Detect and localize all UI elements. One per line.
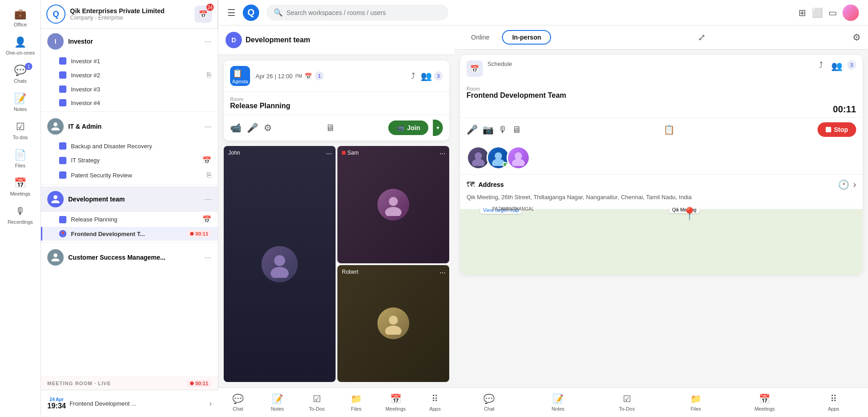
middle-panel: D Development team 📋 Agenda Apr 26 xyxy=(218,25,455,417)
right-tab-todos[interactable]: ☑ To-Dos xyxy=(592,391,662,414)
addr-header: 🗺 Address 🕐 › xyxy=(467,179,856,190)
settings-icon[interactable]: ⚙ xyxy=(853,32,861,43)
customersuccess-avatar xyxy=(47,249,64,266)
sidebar-item-meetings[interactable]: 📅 Meetings xyxy=(0,174,40,200)
user-avatar[interactable] xyxy=(843,5,859,21)
video-more-icon[interactable]: ··· xyxy=(326,150,332,158)
panel-room-header: D Development team xyxy=(218,25,455,55)
expand-icon[interactable]: ⤢ xyxy=(698,32,706,43)
participants-icon: 👥 xyxy=(421,70,432,81)
join-button[interactable]: 📹 Join xyxy=(388,121,428,135)
sidebar-item-office[interactable]: 💼 Office xyxy=(0,5,40,31)
group-more-icon[interactable]: ··· xyxy=(205,195,211,204)
window-icon[interactable]: ▭ xyxy=(828,7,837,18)
room-backup[interactable]: Backup and Disaster Recovery xyxy=(41,139,218,153)
group-devteam[interactable]: Development team ··· xyxy=(41,186,218,212)
room-patent[interactable]: Patent Security Review ⎘ xyxy=(41,168,218,182)
room-label: Release Planning xyxy=(71,216,198,223)
sidebar-item-notes[interactable]: 📝 Notes xyxy=(0,89,40,116)
right-tab-meetings[interactable]: 📅 Meetings xyxy=(730,391,799,414)
right-tab-apps[interactable]: ⠿ Apps xyxy=(799,391,868,414)
room-investor-4[interactable]: Investor #4 xyxy=(41,96,218,110)
settings-icon[interactable]: ⚙ xyxy=(264,122,272,133)
room-name: Frontend Development Team xyxy=(467,91,856,100)
room-investor-2[interactable]: Investor #2 ⎘ xyxy=(41,68,218,82)
map-container[interactable]: 🏨 Hotel Chennai View larger map PAZAVANT… xyxy=(460,206,863,275)
investor-avatar: I xyxy=(47,33,64,50)
group-name: Investor xyxy=(68,38,200,45)
video-icon[interactable]: 📹 xyxy=(230,122,241,133)
mic2-icon[interactable]: 🎙 xyxy=(498,125,507,135)
right-tab-notes[interactable]: 📝 Notes xyxy=(524,391,593,414)
group-more-icon[interactable]: ··· xyxy=(205,122,211,131)
meeting-day: 24 Apr xyxy=(50,397,64,402)
room-investor-3[interactable]: Investor #3 xyxy=(41,82,218,96)
room-color-box xyxy=(59,216,66,223)
video-tile-john: John ··· xyxy=(224,146,336,382)
schedule-label: Schedule xyxy=(487,60,814,67)
svg-point-5 xyxy=(385,326,401,335)
search-bar[interactable]: 🔍 xyxy=(266,5,448,20)
sidebar-item-recordings[interactable]: 🎙 Recordings xyxy=(0,202,40,228)
header-actions: ⊞ ⬜ ▭ xyxy=(798,5,859,21)
apps-tab-label: Apps xyxy=(429,406,441,412)
notification-button[interactable]: 📅 24 xyxy=(195,5,212,23)
sidebar-item-label: Office xyxy=(14,22,27,27)
screen-share-icon[interactable]: 🖥 xyxy=(326,123,335,133)
group-more-icon[interactable]: ··· xyxy=(205,253,211,262)
mic-icon[interactable]: 🎤 xyxy=(247,122,258,133)
room-investor-1[interactable]: Investor #1 xyxy=(41,54,218,68)
stop-button[interactable]: Stop xyxy=(818,122,856,137)
group-itadmin[interactable]: IT & Admin ··· xyxy=(41,114,218,139)
mic-ctrl-icon[interactable]: 🎤 xyxy=(467,124,478,135)
group-customersuccess[interactable]: Customer Success Manageme... ··· xyxy=(41,245,218,270)
group-investor[interactable]: I Investor ··· xyxy=(41,29,218,54)
chevron-right-icon[interactable]: › xyxy=(853,179,856,190)
rmc-controls: 🎤 📷 🎙 🖥 📋 Stop xyxy=(460,117,863,141)
live-badge: 00:11 xyxy=(187,230,211,237)
group-more-icon[interactable]: ··· xyxy=(205,37,211,46)
meeting-status-bar: MEETING ROOM · LIVE 00:11 xyxy=(41,377,218,390)
tab-chat[interactable]: 💬 Chat xyxy=(218,391,258,414)
tab-meetings[interactable]: 📅 Meetings xyxy=(376,391,416,414)
group-name: Development team xyxy=(68,196,200,203)
room-itstrategy[interactable]: IT Strategy 📅 xyxy=(41,153,218,168)
tab-files[interactable]: 📁 Files xyxy=(336,391,376,414)
right-tab-chat[interactable]: 💬 Chat xyxy=(455,391,524,414)
meeting-bar[interactable]: 24 Apr 19:34 Frontend Development ... › xyxy=(41,390,218,417)
right-tab-files[interactable]: 📁 Files xyxy=(662,391,731,414)
menu-icon[interactable]: ☰ xyxy=(227,7,236,18)
room-releaseplanning[interactable]: Release Planning 📅 xyxy=(41,212,218,227)
tab-online[interactable]: Online xyxy=(462,31,498,44)
notes-icon: 📝 xyxy=(552,393,564,404)
video-more-icon[interactable]: ··· xyxy=(440,150,446,158)
split-view-icon[interactable]: ⬜ xyxy=(812,7,823,18)
addr-nav-icons[interactable]: 🕐 › xyxy=(838,179,856,190)
oneonone-icon: 👤 xyxy=(14,36,26,48)
tab-inperson[interactable]: In-person xyxy=(502,30,551,45)
tab-notes[interactable]: 📝 Notes xyxy=(258,391,297,414)
map-pin-icon: 📍 xyxy=(682,206,697,221)
room-frontend[interactable]: 📍 Frontend Development T... 00:11 xyxy=(41,227,218,241)
grid-view-icon[interactable]: ⊞ xyxy=(798,7,806,18)
screen-icon[interactable]: 🖥 xyxy=(512,125,521,135)
tab-apps[interactable]: ⠿ Apps xyxy=(415,391,455,414)
video-off-icon[interactable]: 📷 xyxy=(482,124,494,135)
tab-todos[interactable]: ☑ To-Dos xyxy=(297,391,336,414)
meeting-card: 📋 Agenda Apr 26 | 12:00 PM 📅 1 ⤴ xyxy=(224,60,449,141)
dropdown-arrow[interactable]: ▾ xyxy=(433,120,443,136)
room-label: Investor #1 xyxy=(71,58,211,65)
sidebar-item-oneonones[interactable]: 👤 One-on-ones xyxy=(0,33,40,59)
room-color-box xyxy=(59,57,66,65)
whiteboard-icon[interactable]: 📋 xyxy=(663,124,675,135)
sidebar-item-todos[interactable]: ☑ To-dos xyxy=(0,117,40,144)
video-more-icon[interactable]: ··· xyxy=(440,269,446,277)
share-icon-right[interactable]: ⤴ xyxy=(819,60,823,70)
svg-point-11 xyxy=(512,159,525,166)
svg-point-3 xyxy=(385,207,401,216)
video-tile-sam: Sam ··· xyxy=(337,146,449,263)
share-icon[interactable]: ⤴ xyxy=(411,71,415,81)
search-input[interactable] xyxy=(286,9,441,16)
sidebar-item-chats[interactable]: 1 💬 Chats xyxy=(0,61,40,87)
sidebar-item-files[interactable]: 📄 Files xyxy=(0,146,40,172)
